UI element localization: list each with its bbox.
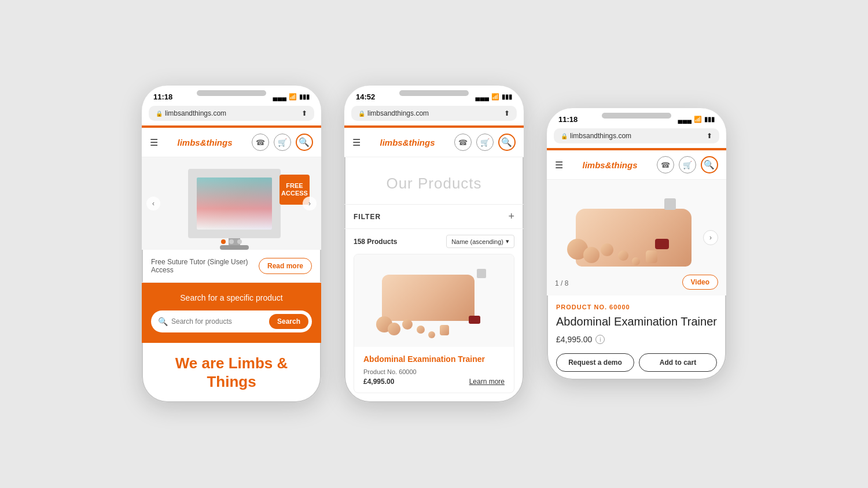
wifi-icon: 📶: [289, 93, 297, 101]
signal-icon-3: ▄▄▄: [678, 116, 692, 123]
filter-plus-icon[interactable]: +: [508, 210, 514, 223]
trainer-part-lg-7: [655, 239, 669, 249]
filter-label: FILTER: [354, 213, 381, 221]
products-meta: 158 Products Name (ascending) ▾: [344, 229, 524, 254]
chevron-down-icon: ▾: [506, 238, 509, 245]
trainer-parts: [376, 263, 492, 338]
product-card-1: Abdominal Examination Trainer Product No…: [354, 254, 514, 393]
address-field-2[interactable]: 🔒 limbsandthings.com ⬆: [351, 106, 517, 121]
address-bar-3: 🔒 limbsandthings.com ⬆: [547, 126, 726, 148]
address-text-2: 🔒 limbsandthings.com: [358, 109, 429, 117]
our-products-title: Our Products: [344, 157, 524, 204]
product-detail-name: Abdominal Examination Trainer: [556, 314, 717, 329]
time-3: 11:18: [558, 115, 578, 124]
learn-more-link-1[interactable]: Learn more: [469, 378, 505, 386]
phone3-content: › 1 / 8 Video PRODUCT NO. 60000 Abdomina…: [547, 180, 726, 380]
read-more-button[interactable]: Read more: [259, 258, 312, 274]
phone-icon-2[interactable]: ☎: [454, 134, 472, 151]
address-field-3[interactable]: 🔒 limbsandthings.com ⬆: [554, 128, 719, 143]
product-price-row-1: £4,995.00 Learn more: [363, 378, 505, 386]
product-number-1: Product No. 60000: [363, 368, 505, 375]
address-field-1[interactable]: 🔒 limbsandthings.com ⬆: [149, 106, 314, 121]
phone-icon-1[interactable]: ☎: [252, 134, 269, 151]
search-icon-1[interactable]: 🔍: [296, 134, 313, 151]
trainer-part-6: [440, 325, 449, 335]
cart-icon-1[interactable]: 🛒: [274, 134, 291, 151]
product-img-area-1: [354, 254, 514, 347]
nav-bar-1: ☰ limbs&things ☎ 🛒 🔍: [142, 128, 321, 157]
slider-dots: [221, 239, 242, 244]
products-count: 158 Products: [354, 238, 397, 246]
slider-prev[interactable]: ‹: [146, 197, 160, 210]
nav-icons-2: ☎ 🛒 🔍: [454, 134, 516, 151]
share-icon-3: ⬆: [707, 132, 712, 140]
search-section: Search for a specific product 🔍 Search: [142, 283, 321, 343]
status-icons-3: ▄▄▄ 📶 ▮▮▮: [678, 116, 715, 123]
battery-icon-2: ▮▮▮: [502, 93, 512, 101]
phone1-content: ‹ FREE ACCESS ›: [142, 157, 321, 402]
main-scene: 11:18 ▄▄▄ 📶 ▮▮▮ 🔒 limbsandthings.com ⬆ ☰…: [119, 62, 749, 425]
phone-notch-2: [399, 90, 469, 96]
abdominal-trainer-img: [376, 263, 492, 338]
nav-logo-2[interactable]: limbs&things: [380, 138, 435, 147]
phone2-content: Our Products FILTER + 158 Products Name …: [344, 157, 524, 402]
price-value: £4,995.00: [556, 335, 592, 344]
trainer-part-4: [417, 326, 425, 334]
product-name-1[interactable]: Abdominal Examination Trainer: [363, 354, 505, 364]
cart-icon-2[interactable]: 🛒: [476, 134, 494, 151]
search-icon-3[interactable]: 🔍: [701, 156, 718, 173]
trainer-part-lg-2: [583, 247, 599, 263]
signal-icon: ▄▄▄: [273, 94, 286, 101]
search-input[interactable]: [171, 317, 266, 326]
phone-3: 11:18 ▄▄▄ 📶 ▮▮▮ 🔒 limbsandthings.com ⬆ ☰…: [547, 108, 726, 380]
trainer-part-lg-5: [632, 257, 640, 265]
detail-next-image[interactable]: ›: [703, 230, 718, 245]
phone-1: 11:18 ▄▄▄ 📶 ▮▮▮ 🔒 limbsandthings.com ⬆ ☰…: [142, 86, 321, 402]
phone-icon-3[interactable]: ☎: [657, 156, 674, 173]
add-to-cart-button[interactable]: Add to cart: [639, 353, 717, 372]
sort-select[interactable]: Name (ascending) ▾: [446, 235, 514, 248]
video-button[interactable]: Video: [682, 275, 718, 290]
nav-icons-3: ☎ 🛒 🔍: [657, 156, 718, 173]
product-price-1: £4,995.00: [363, 378, 394, 386]
monitor-inner: [197, 178, 272, 230]
dot-1[interactable]: [221, 239, 226, 244]
phone-notch: [197, 90, 266, 96]
we-are-text: We are Limbs &Things: [151, 354, 312, 390]
promo-text: Free Suture Tutor (Single User) Access: [151, 258, 253, 274]
product-detail-info: PRODUCT NO. 60000 Abdominal Examination …: [547, 295, 726, 380]
battery-icon-3: ▮▮▮: [704, 116, 715, 123]
filter-bar: FILTER +: [344, 204, 524, 229]
dot-2[interactable]: [229, 239, 234, 244]
lock-icon-1: 🔒: [156, 110, 163, 117]
product-no-label: PRODUCT NO. 60000: [556, 304, 717, 310]
search-button[interactable]: Search: [269, 314, 308, 329]
address-text-3: 🔒 limbsandthings.com: [561, 132, 631, 140]
cart-icon-3[interactable]: 🛒: [679, 156, 696, 173]
nav-icons-1: ☎ 🛒 🔍: [252, 134, 313, 151]
nav-bar-2: ☰ limbs&things ☎ 🛒 🔍: [344, 128, 524, 157]
dot-3[interactable]: [237, 239, 242, 244]
price-info-icon[interactable]: i: [595, 335, 605, 344]
hamburger-menu-2[interactable]: ☰: [352, 137, 361, 148]
request-demo-button[interactable]: Request a demo: [556, 353, 634, 372]
phone-notch-3: [602, 113, 671, 119]
trainer-part-lg-4: [618, 250, 628, 261]
nav-logo-3[interactable]: limbs&things: [582, 160, 637, 170]
search-icon-2[interactable]: 🔍: [498, 134, 516, 151]
hamburger-menu-1[interactable]: ☰: [150, 137, 158, 148]
monitor-base: [220, 245, 249, 250]
promo-section: Free Suture Tutor (Single User) Access R…: [142, 250, 321, 283]
hero-slider: ‹ FREE ACCESS ›: [142, 157, 321, 250]
slider-next[interactable]: ›: [303, 197, 317, 210]
hamburger-menu-3[interactable]: ☰: [555, 160, 563, 171]
wifi-icon-2: 📶: [491, 93, 499, 101]
status-icons-1: ▄▄▄ 📶 ▮▮▮: [273, 93, 310, 101]
sort-label: Name (ascending): [451, 238, 503, 245]
share-icon-1: ⬆: [301, 109, 307, 117]
url-1: limbsandthings.com: [165, 109, 226, 117]
nav-logo-1[interactable]: limbs&things: [177, 138, 232, 147]
signal-icon-2: ▄▄▄: [476, 94, 489, 101]
time-1: 11:18: [153, 93, 172, 101]
lock-icon-2: 🔒: [358, 110, 365, 117]
